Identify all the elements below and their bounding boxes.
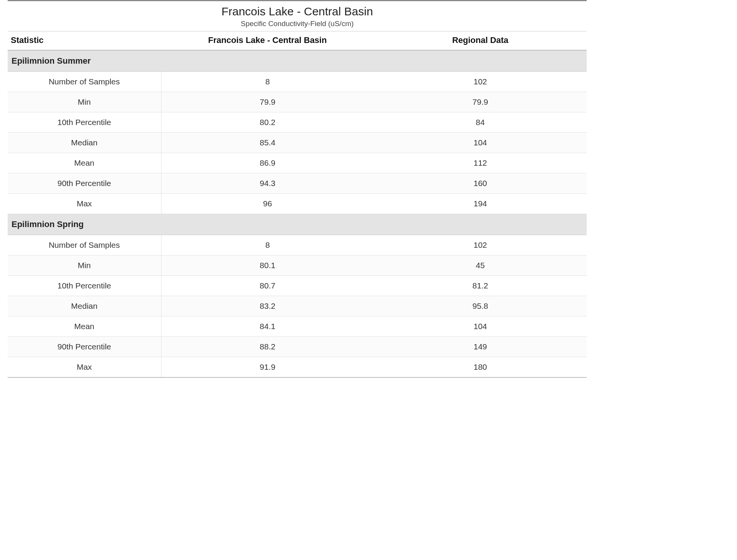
col-header-statistic: Statistic <box>8 31 161 50</box>
table-subtitle: Specific Conductivity-Field (uS/cm) <box>8 20 587 28</box>
region-value: 84 <box>374 112 587 133</box>
stat-name: Median <box>8 296 161 316</box>
section-header-row: Epilimnion Summer <box>8 50 587 72</box>
stat-name: Mean <box>8 316 161 337</box>
table-header-row: Statistic Francois Lake - Central Basin … <box>8 31 587 50</box>
section-header-row: Epilimnion Spring <box>8 214 587 235</box>
table-row: Median 83.2 95.8 <box>8 296 587 316</box>
stat-name: 10th Percentile <box>8 112 161 133</box>
table-title: Francois Lake - Central Basin <box>8 5 587 18</box>
table-row: Median 85.4 104 <box>8 133 587 153</box>
site-value: 8 <box>161 235 374 255</box>
stat-name: 10th Percentile <box>8 276 161 296</box>
region-value: 95.8 <box>374 296 587 316</box>
site-value: 84.1 <box>161 316 374 337</box>
table-row: Number of Samples 8 102 <box>8 72 587 92</box>
stat-name: Max <box>8 357 161 378</box>
table-row: 10th Percentile 80.2 84 <box>8 112 587 133</box>
table-row: Max 96 194 <box>8 194 587 214</box>
site-value: 91.9 <box>161 357 374 378</box>
site-value: 80.2 <box>161 112 374 133</box>
table-row: Mean 86.9 112 <box>8 153 587 173</box>
stats-table-container: Francois Lake - Central Basin Specific C… <box>8 0 587 378</box>
region-value: 149 <box>374 337 587 357</box>
stat-name: Number of Samples <box>8 72 161 92</box>
table-row: Max 91.9 180 <box>8 357 587 378</box>
table-row: Min 80.1 45 <box>8 255 587 276</box>
region-value: 194 <box>374 194 587 214</box>
region-value: 45 <box>374 255 587 276</box>
stat-name: Median <box>8 133 161 153</box>
region-value: 102 <box>374 235 587 255</box>
stat-name: Min <box>8 255 161 276</box>
table-row: 90th Percentile 94.3 160 <box>8 173 587 194</box>
region-value: 180 <box>374 357 587 378</box>
region-value: 102 <box>374 72 587 92</box>
region-value: 104 <box>374 133 587 153</box>
stats-table: Statistic Francois Lake - Central Basin … <box>8 31 587 378</box>
region-value: 79.9 <box>374 92 587 112</box>
stat-name: Min <box>8 92 161 112</box>
region-value: 81.2 <box>374 276 587 296</box>
table-row: 10th Percentile 80.7 81.2 <box>8 276 587 296</box>
stat-name: Number of Samples <box>8 235 161 255</box>
site-value: 83.2 <box>161 296 374 316</box>
table-title-block: Francois Lake - Central Basin Specific C… <box>8 1 587 31</box>
table-body: Epilimnion Summer Number of Samples 8 10… <box>8 50 587 377</box>
site-value: 86.9 <box>161 153 374 173</box>
region-value: 160 <box>374 173 587 194</box>
region-value: 112 <box>374 153 587 173</box>
region-value: 104 <box>374 316 587 337</box>
col-header-region: Regional Data <box>374 31 587 50</box>
site-value: 88.2 <box>161 337 374 357</box>
site-value: 94.3 <box>161 173 374 194</box>
site-value: 80.1 <box>161 255 374 276</box>
table-row: 90th Percentile 88.2 149 <box>8 337 587 357</box>
stat-name: Max <box>8 194 161 214</box>
col-header-site: Francois Lake - Central Basin <box>161 31 374 50</box>
site-value: 79.9 <box>161 92 374 112</box>
stat-name: 90th Percentile <box>8 337 161 357</box>
table-row: Mean 84.1 104 <box>8 316 587 337</box>
site-value: 80.7 <box>161 276 374 296</box>
stat-name: Mean <box>8 153 161 173</box>
table-row: Min 79.9 79.9 <box>8 92 587 112</box>
site-value: 96 <box>161 194 374 214</box>
section-header: Epilimnion Spring <box>8 214 587 235</box>
stat-name: 90th Percentile <box>8 173 161 194</box>
site-value: 85.4 <box>161 133 374 153</box>
section-header: Epilimnion Summer <box>8 50 587 72</box>
table-row: Number of Samples 8 102 <box>8 235 587 255</box>
site-value: 8 <box>161 72 374 92</box>
